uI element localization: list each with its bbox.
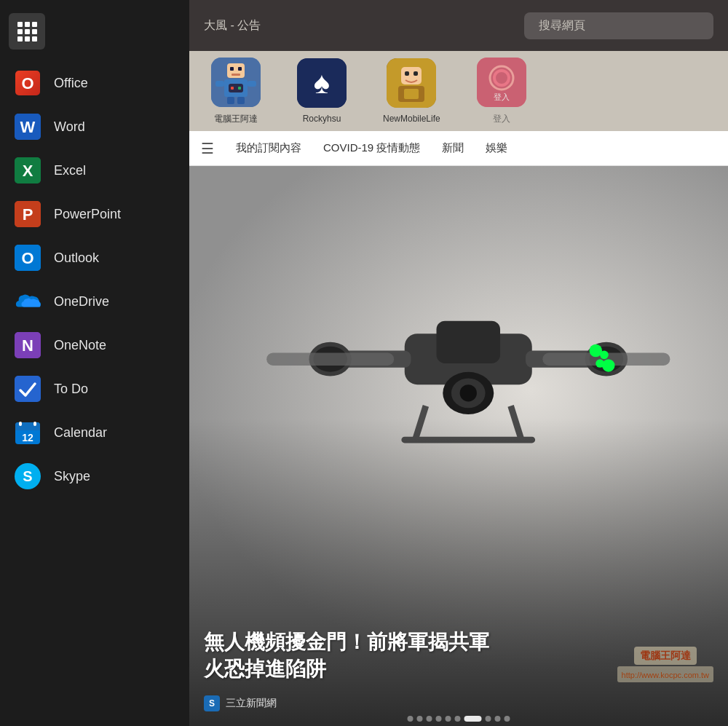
source-bar: S 三立新聞網: [204, 695, 277, 711]
svg-rect-37: [414, 71, 418, 76]
apps-grid-button[interactable]: [9, 13, 45, 50]
powerpoint-icon: P: [15, 201, 41, 227]
svg-text:登入: 登入: [494, 92, 510, 101]
svg-text:P: P: [23, 205, 33, 224]
bookmark-pcking-icon: [211, 58, 261, 107]
calendar-icon: 12: [15, 419, 41, 446]
svg-rect-16: [19, 422, 22, 426]
main-content: 大風 - 公告 搜尋網頁: [189, 0, 728, 726]
svg-point-61: [602, 359, 615, 372]
dot-9: [495, 716, 501, 722]
svg-rect-12: [15, 376, 41, 402]
sidebar-item-onedrive[interactable]: OneDrive: [0, 280, 189, 323]
sidebar-item-calendar-label: Calendar: [54, 425, 107, 441]
watermark: 電腦王阿達 http://www.kocpc.com.tw: [617, 647, 713, 682]
svg-rect-17: [33, 422, 36, 426]
sidebar-item-office[interactable]: O Office: [0, 61, 189, 105]
svg-text:12: 12: [22, 432, 33, 443]
apps-grid-icon: [17, 22, 37, 42]
sidebar-item-outlook-label: Outlook: [54, 250, 99, 266]
sidebar-item-onenote-label: OneNote: [54, 338, 106, 353]
top-bar-text: 大風 - 公告: [204, 18, 261, 33]
svg-rect-23: [232, 74, 240, 76]
bookmark-pcking-label: 電腦王阿達: [214, 113, 258, 125]
bookmarks-row: 電腦王阿達 ♠ Rockyhsu: [189, 51, 728, 131]
bookmark-rockyhsu-icon: ♠: [297, 58, 347, 108]
svg-rect-36: [405, 71, 409, 76]
dot-8: [486, 716, 491, 722]
svg-rect-53: [266, 352, 394, 366]
sidebar-item-calendar[interactable]: 12 Calendar: [0, 411, 189, 454]
dot-7-active: [464, 716, 482, 722]
source-name: 三立新聞網: [226, 697, 277, 710]
nav-item-news[interactable]: 新聞: [442, 141, 464, 155]
news-area: 無人機頻擾金門！前將軍揭共軍 火恐掉進陷阱 S 三立新聞網 電腦王阿達 http…: [189, 166, 728, 726]
svg-text:♠: ♠: [314, 66, 330, 100]
office-icon: O: [15, 70, 41, 96]
sidebar-item-powerpoint[interactable]: P PowerPoint: [0, 192, 189, 236]
bookmark-last-icon: 登入: [477, 58, 526, 107]
bookmark-pcking[interactable]: 電腦王阿達: [211, 58, 261, 125]
svg-rect-30: [227, 97, 234, 104]
svg-rect-21: [230, 67, 234, 71]
dot-2: [417, 716, 423, 722]
search-box[interactable]: 搜尋網頁: [524, 12, 713, 39]
sidebar-item-excel[interactable]: X Excel: [0, 149, 189, 192]
svg-text:W: W: [20, 118, 36, 136]
svg-point-49: [460, 384, 477, 401]
dot-10: [505, 716, 510, 722]
bookmark-newmobilelife-icon: [387, 58, 436, 108]
outlook-icon: O: [15, 245, 41, 271]
svg-rect-15: [15, 427, 40, 430]
top-bar: 大風 - 公告 搜尋網頁: [189, 0, 728, 51]
svg-text:O: O: [21, 249, 33, 267]
watermark-url: http://www.kocpc.com.tw: [622, 671, 709, 679]
nav-item-entertainment[interactable]: 娛樂: [486, 141, 507, 155]
onenote-icon: N: [15, 332, 41, 358]
svg-rect-46: [437, 321, 501, 363]
dot-1: [408, 716, 414, 722]
dots-bar: [408, 716, 510, 722]
sidebar-item-excel-label: Excel: [54, 163, 86, 178]
svg-rect-28: [231, 87, 234, 90]
bookmark-last-label: 登入: [493, 113, 510, 125]
word-icon: W: [15, 114, 41, 140]
dot-5: [446, 716, 451, 722]
bookmark-newmobilelife[interactable]: NewMobileLife: [383, 58, 440, 124]
sidebar-item-onedrive-label: OneDrive: [54, 294, 109, 309]
svg-text:N: N: [22, 336, 33, 355]
excel-icon: X: [15, 157, 41, 184]
sidebar-item-powerpoint-label: PowerPoint: [54, 207, 121, 222]
svg-rect-26: [248, 81, 256, 87]
svg-rect-31: [237, 97, 245, 104]
bookmark-rockyhsu[interactable]: ♠ Rockyhsu: [297, 58, 347, 124]
dot-4: [436, 716, 442, 722]
svg-rect-29: [238, 87, 241, 90]
svg-text:O: O: [21, 74, 33, 92]
dot-3: [427, 716, 432, 722]
sidebar-item-office-label: Office: [54, 76, 88, 91]
sidebar-item-onenote[interactable]: N OneNote: [0, 323, 189, 367]
bookmark-newmobilelife-label: NewMobileLife: [383, 114, 440, 124]
watermark-logo: 電腦王阿達: [640, 650, 691, 661]
sidebar-item-skype-label: Skype: [54, 469, 90, 484]
sidebar-item-skype[interactable]: S Skype: [0, 454, 189, 498]
svg-rect-39: [404, 89, 419, 99]
sidebar-item-outlook[interactable]: O Outlook: [0, 236, 189, 280]
svg-rect-25: [215, 81, 224, 87]
bookmark-rockyhsu-label: Rockyhsu: [303, 114, 341, 124]
nav-bar: ☰ 我的訂閱內容 COVID-19 疫情動態 新聞 娛樂: [189, 131, 728, 166]
nav-hamburger-icon[interactable]: ☰: [201, 140, 214, 157]
sidebar: O Office W Word X Excel P: [0, 0, 189, 726]
svg-text:X: X: [23, 162, 33, 180]
nav-item-subscriptions[interactable]: 我的訂閱內容: [236, 141, 301, 155]
bookmark-last[interactable]: 登入 登入: [477, 58, 526, 125]
sidebar-item-word[interactable]: W Word: [0, 105, 189, 149]
nav-item-covid[interactable]: COVID-19 疫情動態: [323, 141, 420, 155]
onedrive-icon: [15, 288, 41, 315]
sidebar-item-word-label: Word: [54, 119, 85, 135]
sidebar-item-todo[interactable]: To Do: [0, 367, 189, 411]
source-icon: S: [204, 695, 220, 711]
svg-point-60: [600, 351, 609, 360]
svg-rect-22: [238, 67, 242, 71]
